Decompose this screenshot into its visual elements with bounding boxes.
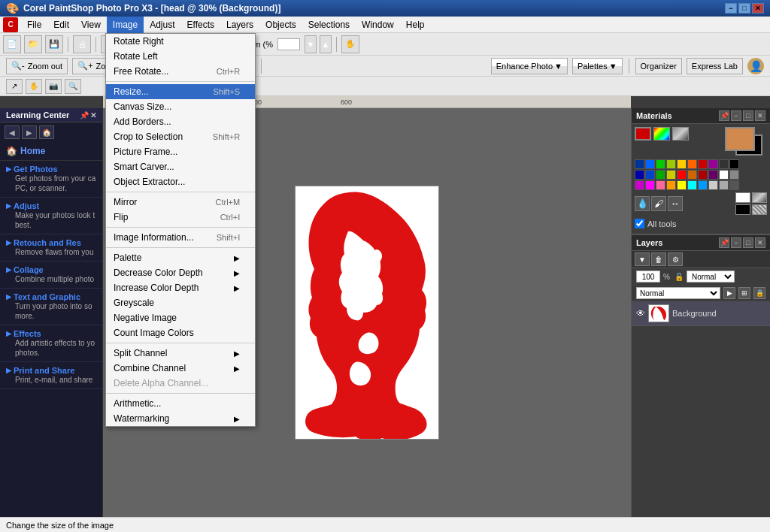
swatch[interactable] xyxy=(687,159,697,169)
menu-picture-frame[interactable]: Picture Frame... xyxy=(106,144,255,159)
menu-edit[interactable]: Edit xyxy=(47,17,75,33)
menu-rotate-left[interactable]: Rotate Left xyxy=(106,49,255,64)
color-mode-btn-1[interactable] xyxy=(635,127,651,141)
swatch[interactable] xyxy=(719,159,729,169)
sidebar-home-link[interactable]: 🏠 Home xyxy=(0,142,102,161)
sidebar-item-text[interactable]: ▶ Text and Graphic Turn your photo into … xyxy=(0,289,102,325)
menu-window[interactable]: Window xyxy=(356,17,400,33)
merge-btn[interactable]: ⊞ xyxy=(738,287,750,299)
swatch[interactable] xyxy=(677,170,687,180)
menu-object-extractor[interactable]: Object Extractor... xyxy=(106,174,255,189)
menu-smart-carver[interactable]: Smart Carver... xyxy=(106,159,255,174)
menu-negative[interactable]: Negative Image xyxy=(106,310,255,325)
menu-effects[interactable]: Effects xyxy=(181,17,220,33)
sidebar-home-button[interactable]: 🏠 xyxy=(39,125,54,139)
swatch[interactable] xyxy=(698,159,708,169)
menu-delete-alpha[interactable]: Delete Alpha Channel... xyxy=(106,376,255,391)
swatch[interactable] xyxy=(687,180,697,190)
express-lab-button[interactable]: Express Lab xyxy=(687,58,743,74)
swatch[interactable] xyxy=(708,170,718,180)
menu-flip[interactable]: Flip Ctrl+I xyxy=(106,210,255,225)
sidebar-forward-button[interactable]: ▶ xyxy=(22,125,37,139)
swatch[interactable] xyxy=(656,159,665,169)
close-button[interactable]: ✕ xyxy=(752,3,764,14)
foreground-color[interactable] xyxy=(725,127,755,151)
sidebar-item-collage[interactable]: ▶ Collage Combine multiple photo xyxy=(0,261,102,289)
menu-watermarking[interactable]: Watermarking ▶ xyxy=(106,411,255,426)
minimize-button[interactable]: − xyxy=(725,3,737,14)
swatch[interactable] xyxy=(645,170,655,180)
white-swatch[interactable] xyxy=(735,192,750,203)
all-tools-checkbox[interactable] xyxy=(635,219,644,228)
tool-btn-4[interactable]: 🔍 xyxy=(65,79,81,94)
blend-mode-select[interactable]: Normal Dissolve Multiply Screen xyxy=(687,271,735,283)
menu-objects[interactable]: Objects xyxy=(259,17,302,33)
tool-btn-3[interactable]: 📷 xyxy=(45,79,62,94)
color-mode-btn-3[interactable] xyxy=(672,127,689,141)
menu-image-info[interactable]: Image Information... Shift+I xyxy=(106,230,255,245)
new-layer-btn[interactable]: ▼ xyxy=(635,252,650,266)
swatch[interactable] xyxy=(635,170,644,180)
print-button[interactable]: 🖨 xyxy=(73,35,91,53)
eye-dropper-btn[interactable]: 💧 xyxy=(635,196,650,211)
swatch[interactable] xyxy=(656,170,665,180)
menu-combine-channel[interactable]: Combine Channel ▶ xyxy=(106,361,255,376)
save-button[interactable]: 💾 xyxy=(45,35,63,53)
blend-select-2[interactable]: Normal xyxy=(636,287,720,299)
new-button[interactable]: 📄 xyxy=(3,35,21,53)
black-swatch[interactable] xyxy=(735,204,750,215)
restore-button[interactable]: □ xyxy=(738,3,750,14)
menu-file[interactable]: File xyxy=(21,17,47,33)
sidebar-item-effects[interactable]: ▶ Effects Add artistic effects to yophot… xyxy=(0,325,102,362)
swatch[interactable] xyxy=(656,180,665,190)
menu-free-rotate[interactable]: Free Rotate... Ctrl+R xyxy=(106,64,255,79)
layers-min-btn[interactable]: − xyxy=(731,237,741,248)
tool-btn-2[interactable]: ✋ xyxy=(26,79,42,94)
swatch[interactable] xyxy=(645,159,655,169)
layer-visibility-eye[interactable]: 👁 xyxy=(636,308,645,319)
lock-btn[interactable]: 🔒 xyxy=(753,287,765,299)
swatch[interactable] xyxy=(666,180,676,190)
menu-greyscale[interactable]: Greyscale xyxy=(106,295,255,310)
pattern-swatch[interactable] xyxy=(752,204,767,215)
swatch[interactable] xyxy=(666,170,676,180)
layers-max-btn[interactable]: □ xyxy=(743,237,753,248)
organizer-button[interactable]: Organizer xyxy=(635,58,682,74)
swatch[interactable] xyxy=(719,180,729,190)
tool-btn-1[interactable]: ↗ xyxy=(6,79,23,94)
swatch[interactable] xyxy=(729,170,739,180)
menu-count-colors[interactable]: Count Image Colors xyxy=(106,325,255,340)
sidebar-close-icon[interactable]: ✕ xyxy=(90,111,96,119)
delete-layer-btn[interactable]: 🗑 xyxy=(651,252,666,266)
menu-split-channel[interactable]: Split Channel ▶ xyxy=(106,346,255,361)
enhance-photo-button[interactable]: Enhance Photo ▼ xyxy=(491,58,568,74)
layer-props-btn[interactable]: ⚙ xyxy=(668,252,683,266)
paint-btn[interactable]: 🖌 xyxy=(651,196,666,211)
swatch[interactable] xyxy=(719,170,729,180)
materials-close-btn[interactable]: ✕ xyxy=(755,110,765,121)
opacity-input[interactable] xyxy=(636,271,660,283)
menu-palette[interactable]: Palette ▶ xyxy=(106,250,255,265)
open-button[interactable]: 📁 xyxy=(24,35,42,53)
menu-arithmetic[interactable]: Arithmetic... xyxy=(106,396,255,411)
color-mode-btn-2[interactable] xyxy=(653,127,670,141)
sidebar-item-get-photos[interactable]: ▶ Get Photos Get photos from your caPC, … xyxy=(0,161,102,198)
blend-arrow-btn[interactable]: ▶ xyxy=(723,287,735,299)
menu-canvas-size[interactable]: Canvas Size... xyxy=(106,99,255,114)
swatch[interactable] xyxy=(677,159,687,169)
swatch[interactable] xyxy=(729,159,739,169)
swatch[interactable] xyxy=(708,180,718,190)
sidebar-back-button[interactable]: ◀ xyxy=(5,125,20,139)
menu-increase-color[interactable]: Increase Color Depth ▶ xyxy=(106,280,255,295)
swatch[interactable] xyxy=(666,159,676,169)
swatch[interactable] xyxy=(635,180,644,190)
sidebar-item-print[interactable]: ▶ Print and Share Print, e-mail, and sha… xyxy=(0,362,102,389)
menu-decrease-color[interactable]: Decrease Color Depth ▶ xyxy=(106,265,255,280)
swatch[interactable] xyxy=(677,180,687,190)
menu-selections[interactable]: Selections xyxy=(302,17,356,33)
menu-help[interactable]: Help xyxy=(400,17,431,33)
menu-crop-selection[interactable]: Crop to Selection Shift+R xyxy=(106,129,255,144)
sidebar-pin-icon[interactable]: 📌 xyxy=(80,111,89,119)
zoom-input[interactable]: 30 xyxy=(277,38,300,50)
swatch[interactable] xyxy=(687,170,697,180)
